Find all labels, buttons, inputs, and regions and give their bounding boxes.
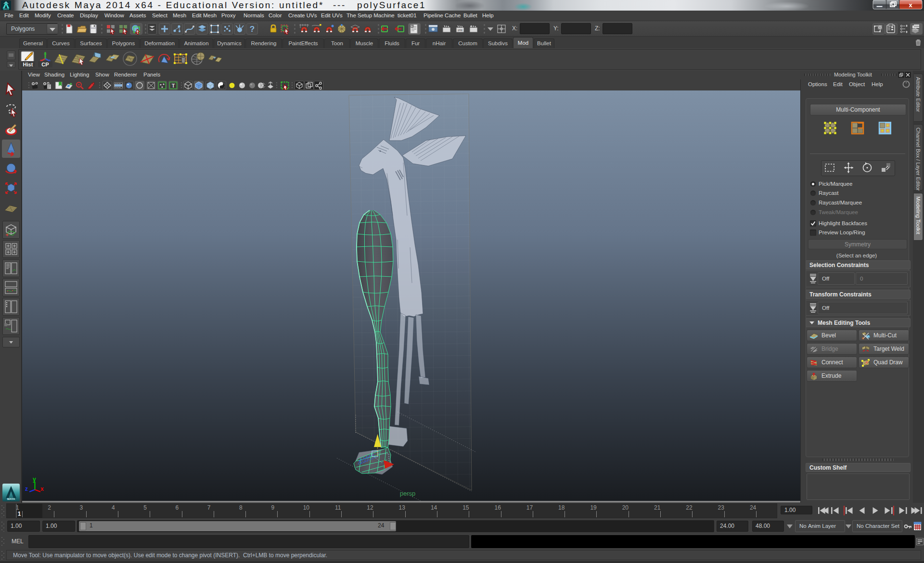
svg-text:z: z	[25, 486, 28, 492]
svg-text:MAYA: MAYA	[3, 8, 9, 11]
svg-text:?: ?	[250, 25, 255, 34]
svg-text:x: x	[40, 486, 44, 492]
svg-text:T: T	[172, 83, 175, 89]
svg-text:persp: persp	[400, 490, 416, 497]
svg-text:MAYA: MAYA	[7, 498, 15, 500]
svg-text:x: x	[909, 1, 912, 9]
svg-text:IPR: IPR	[458, 29, 463, 32]
svg-text:Hist: Hist	[23, 62, 33, 67]
svg-text:y: y	[33, 476, 36, 483]
svg-text:CP: CP	[41, 62, 49, 67]
